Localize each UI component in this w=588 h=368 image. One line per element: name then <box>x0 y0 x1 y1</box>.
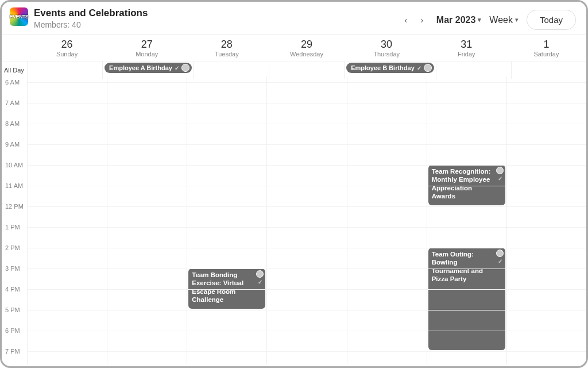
time-label: 5 PM <box>2 306 25 313</box>
event-title: Team Outing: Bowling Tournament and Pizz… <box>432 250 502 283</box>
event-title: Team Bonding Exercise: Virtual Escape Ro… <box>192 271 262 304</box>
hour-line <box>27 103 586 103</box>
day-col-fri[interactable]: Team Recognition: Monthly Employee Appre… <box>427 76 506 365</box>
header-right: ‹ › Mar 2023 ▾ Week ▾ Today <box>400 10 576 30</box>
check-icon: ✓ <box>498 258 502 266</box>
calendar-event[interactable]: Team Outing: Bowling Tournament and Pizz… <box>428 248 505 350</box>
time-label: 10 AM <box>2 162 25 168</box>
day-header-thu[interactable]: 30 Thursday <box>347 35 427 61</box>
time-label: 7 AM <box>2 99 25 106</box>
check-icon: ✓ <box>498 175 502 183</box>
day-header-sat[interactable]: 1 Saturday <box>506 35 586 61</box>
day-header-wed[interactable]: 29 Wednesday <box>266 35 346 61</box>
day-number: 1 <box>506 39 586 51</box>
month-label: Mar 2023 <box>436 15 476 25</box>
day-name: Sunday <box>27 51 107 57</box>
day-number: 31 <box>427 39 506 51</box>
time-label: 3 PM <box>2 265 25 272</box>
hour-line <box>27 289 586 290</box>
time-label: 11 AM <box>2 182 25 189</box>
day-number: 26 <box>27 39 107 51</box>
day-col-thu[interactable] <box>347 76 427 365</box>
avatar-icon <box>181 64 189 72</box>
day-col-mon[interactable] <box>107 76 187 365</box>
day-name: Monday <box>107 51 187 57</box>
hour-line <box>27 310 586 310</box>
check-icon: ✓ <box>417 65 421 71</box>
day-col-wed[interactable] <box>266 76 346 365</box>
check-icon: ✓ <box>258 279 262 286</box>
day-number: 30 <box>347 39 427 51</box>
view-label: Week <box>489 15 513 25</box>
time-label: 1 PM <box>2 224 25 231</box>
avatar-icon <box>256 270 264 278</box>
time-label: 4 PM <box>2 286 25 293</box>
calendar-event[interactable]: Team Recognition: Monthly Employee Appre… <box>428 165 505 205</box>
day-columns: Team Bonding Exercise: Virtual Escape Ro… <box>27 76 586 365</box>
hour-line <box>27 165 586 166</box>
day-number: 29 <box>266 39 346 51</box>
chevron-down-icon: ▾ <box>515 16 519 24</box>
avatar-icon <box>496 167 504 174</box>
time-label: 7 PM <box>2 348 25 355</box>
time-label: 8 AM <box>2 120 25 127</box>
prev-week-button[interactable]: ‹ <box>400 14 412 26</box>
app-frame: EVENTS Events and Celebrations Members: … <box>0 0 588 368</box>
members-count: Members: 40 <box>34 20 148 29</box>
day-name: Tuesday <box>187 51 266 57</box>
day-col-sun[interactable] <box>27 76 107 365</box>
next-week-button[interactable]: › <box>416 14 428 26</box>
day-name: Friday <box>427 51 506 57</box>
hour-line <box>27 124 586 124</box>
day-header-tue[interactable]: 28 Tuesday <box>187 35 266 61</box>
day-header-sun[interactable]: 26 Sunday <box>27 35 107 61</box>
day-number: 28 <box>187 39 266 51</box>
header-left: EVENTS Events and Celebrations Members: … <box>10 7 148 29</box>
header: EVENTS Events and Celebrations Members: … <box>2 2 586 34</box>
day-name: Wednesday <box>266 51 346 57</box>
allday-event[interactable]: Employee A Birthday ✓ <box>105 63 192 73</box>
chevron-down-icon: ▾ <box>478 16 481 24</box>
calendar-event[interactable]: Team Bonding Exercise: Virtual Escape Ro… <box>188 269 265 309</box>
view-picker[interactable]: Week ▾ <box>489 15 519 25</box>
month-picker[interactable]: Mar 2023 ▾ <box>436 15 482 25</box>
day-header-row: 26 Sunday 27 Monday 28 Tuesday 29 Wednes… <box>2 34 586 62</box>
event-title: Employee B Birthday <box>351 64 415 71</box>
time-label: 6 PM <box>2 327 25 334</box>
time-label: 9 AM <box>2 141 25 148</box>
gutter-spacer <box>2 35 27 61</box>
hour-line <box>27 227 586 228</box>
day-col-tue[interactable]: Team Bonding Exercise: Virtual Escape Ro… <box>187 76 266 365</box>
allday-event[interactable]: Employee B Birthday ✓ <box>346 63 434 73</box>
event-title: Employee A Birthday <box>109 64 172 71</box>
check-icon: ✓ <box>175 65 179 71</box>
hour-line <box>27 144 586 145</box>
title-block: Events and Celebrations Members: 40 <box>34 7 148 29</box>
day-header-fri[interactable]: 31 Friday <box>427 35 506 61</box>
event-title: Team Recognition: Monthly Employee Appre… <box>432 167 502 201</box>
events-logo-icon: EVENTS <box>10 7 28 26</box>
hour-line <box>27 351 586 352</box>
today-button[interactable]: Today <box>527 10 576 30</box>
hour-line <box>27 269 586 269</box>
time-label: 12 PM <box>2 203 25 210</box>
avatar-icon <box>424 64 432 72</box>
chevron-right-icon: › <box>421 16 424 25</box>
time-gutter: 6 AM7 AM8 AM9 AM10 AM11 AM12 PM1 PM2 PM3… <box>2 76 27 365</box>
hour-line <box>27 82 586 83</box>
day-name: Saturday <box>506 51 586 57</box>
calendar-grid[interactable]: 6 AM7 AM8 AM9 AM10 AM11 AM12 PM1 PM2 PM3… <box>2 76 586 365</box>
time-label: 6 AM <box>2 79 25 86</box>
day-number: 27 <box>107 39 187 51</box>
avatar-icon <box>496 250 504 257</box>
chevron-left-icon: ‹ <box>405 16 408 25</box>
day-name: Thursday <box>347 51 427 57</box>
day-header-mon[interactable]: 27 Monday <box>107 35 187 61</box>
hour-line <box>27 186 586 186</box>
page-title: Events and Celebrations <box>34 7 148 19</box>
hour-line <box>27 206 586 207</box>
hour-line <box>27 331 586 331</box>
day-col-sat[interactable] <box>506 76 586 365</box>
time-label: 2 PM <box>2 244 25 251</box>
week-nav: ‹ › <box>400 14 428 26</box>
